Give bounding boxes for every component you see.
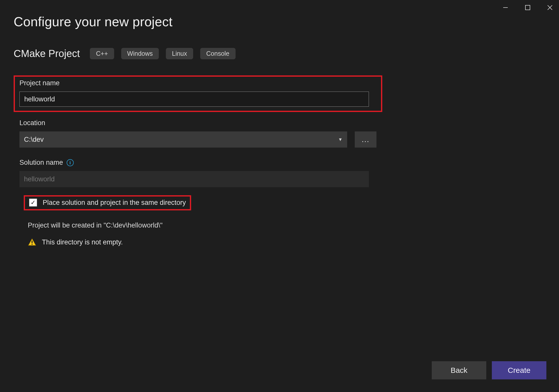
template-row: CMake Project C++ Windows Linux Console — [14, 48, 545, 59]
svg-rect-6 — [32, 244, 33, 245]
info-icon[interactable]: i — [67, 159, 74, 166]
same-directory-row[interactable]: ✓ Place solution and project in the same… — [24, 195, 191, 210]
main-content: Configure your new project CMake Project… — [0, 0, 559, 246]
solution-name-group: Solution name i — [14, 156, 382, 191]
template-tag: Windows — [121, 48, 159, 59]
footer-buttons: Back Create — [432, 361, 546, 379]
location-label: Location — [19, 119, 376, 127]
warning-row: This directory is not empty. — [28, 238, 545, 246]
maximize-icon[interactable] — [521, 2, 534, 13]
template-tag: Linux — [166, 48, 193, 59]
close-icon[interactable] — [543, 2, 556, 13]
template-tag: Console — [200, 48, 236, 59]
same-directory-label: Place solution and project in the same d… — [43, 199, 186, 207]
same-directory-checkbox[interactable]: ✓ — [29, 199, 37, 207]
create-button[interactable]: Create — [492, 361, 546, 379]
warning-text: This directory is not empty. — [42, 238, 123, 246]
back-button[interactable]: Back — [432, 361, 486, 379]
project-name-label: Project name — [19, 79, 376, 87]
template-tag: C++ — [90, 48, 114, 59]
creation-path-hint: Project will be created in "C:\dev\hello… — [28, 221, 545, 229]
solution-name-input — [19, 171, 369, 187]
template-name: CMake Project — [14, 48, 80, 59]
solution-name-label-text: Solution name — [19, 159, 63, 166]
window-controls — [499, 2, 556, 13]
svg-rect-5 — [32, 241, 33, 243]
warning-icon — [28, 238, 36, 246]
location-value: C:\dev — [24, 136, 44, 144]
solution-name-label: Solution name i — [19, 159, 376, 166]
svg-rect-1 — [525, 5, 530, 10]
location-group: Location C:\dev ▼ ... — [14, 117, 382, 152]
minimize-icon[interactable] — [499, 2, 512, 13]
chevron-down-icon: ▼ — [338, 137, 343, 142]
location-combo[interactable]: C:\dev ▼ — [19, 131, 347, 148]
project-name-group: Project name — [14, 75, 382, 112]
project-name-input[interactable] — [19, 92, 369, 107]
page-title: Configure your new project — [14, 14, 545, 29]
browse-button[interactable]: ... — [355, 131, 376, 148]
